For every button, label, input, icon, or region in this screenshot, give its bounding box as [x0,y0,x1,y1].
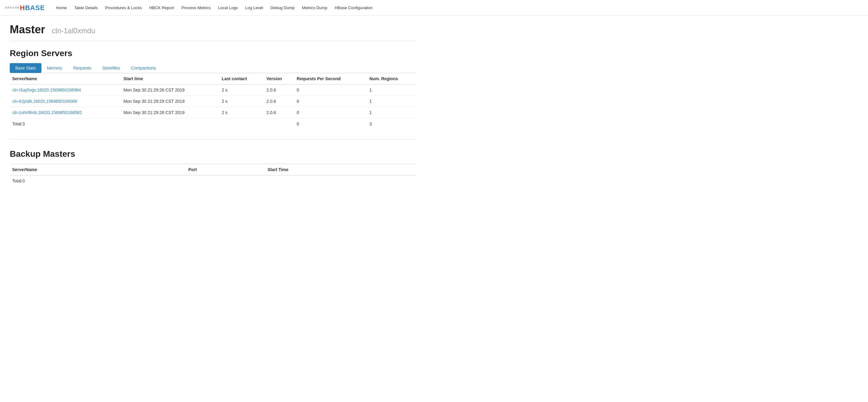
master-title: Master cln-1al0xmdu [10,23,417,36]
backup-masters-table: ServerName Port Start Time Total:0 [10,164,417,186]
tab-requests[interactable]: Requests [68,63,97,73]
server-name-link[interactable]: cln-zohr9fmb,16020,1569850168582 [12,110,82,115]
col-num-regions: Num. Regions [367,73,417,85]
version-cell: 2.0.6 [264,107,294,118]
rps-cell: 0 [294,96,367,107]
total-start-time [121,118,219,130]
table-row: cln-zohr9fmb,16020,1569850168582 Mon Sep… [10,107,417,118]
nav-debug-dump[interactable]: Debug Dump [267,0,299,16]
server-name-cell[interactable]: cln-i3up5vgv,16020,1569850168984 [10,85,121,96]
col-version: Version [264,73,294,85]
num-regions-cell: 1 [367,107,417,118]
navbar: APACHE HBASE Home Table Details Procedur… [0,0,868,16]
tab-base-stats[interactable]: Base Stats [10,63,41,73]
table-row: cln-i3up5vgv,16020,1569850168984 Mon Sep… [10,85,417,96]
total-row: Total:3 0 3 [10,118,417,130]
nav-local-logs[interactable]: Local Logs [214,0,241,16]
title-divider [10,41,417,41]
rps-cell: 0 [294,107,367,118]
server-name-cell[interactable]: cln-lr2jrid8,16020,1569850169089 [10,96,121,107]
server-name-cell[interactable]: cln-zohr9fmb,16020,1569850168582 [10,107,121,118]
tab-memory[interactable]: Memory [41,63,68,73]
col-server-name: ServerName [10,73,121,85]
last-contact-cell: 2 s [219,107,264,118]
region-servers-table: ServerName Start time Last contact Versi… [10,73,417,129]
nav-hbase-configuration[interactable]: HBase Configuration [331,0,376,16]
tab-storefiles[interactable]: Storefiles [97,63,125,73]
backup-col-port: Port [186,164,265,175]
nav-procedures-locks[interactable]: Procedures & Locks [101,0,146,16]
total-version [264,118,294,130]
nav-hbck-report[interactable]: HBCK Report [145,0,178,16]
rps-cell: 0 [294,85,367,96]
col-rps: Requests Per Second [294,73,367,85]
main-content: Master cln-1al0xmdu Region Servers Base … [0,16,427,194]
backup-masters-section: Backup Masters ServerName Port Start Tim… [10,149,417,186]
backup-total-start-time [265,175,417,186]
backup-col-server-name: ServerName [10,164,186,175]
table-header-row: ServerName Start time Last contact Versi… [10,73,417,85]
total-rps: 0 [294,118,367,130]
total-label: Total:3 [10,118,121,130]
region-servers-title: Region Servers [10,49,417,58]
backup-total-port [186,175,265,186]
tab-compactions[interactable]: Compactions [126,63,161,73]
logo-hbase-text: HBASE [20,4,45,12]
start-time-cell: Mon Sep 30 21:29:29 CST 2019 [121,96,219,107]
total-regions: 3 [367,118,417,130]
nav-table-details[interactable]: Table Details [70,0,101,16]
backup-total-row: Total:0 [10,175,417,186]
start-time-cell: Mon Sep 30 21:29:28 CST 2019 [121,107,219,118]
num-regions-cell: 1 [367,85,417,96]
version-cell: 2.0.6 [264,96,294,107]
backup-masters-title: Backup Masters [10,149,417,159]
nav-log-level[interactable]: Log Level [242,0,267,16]
total-last-contact [219,118,264,130]
region-servers-section: Region Servers Base Stats Memory Request… [10,49,417,129]
backup-table-header-row: ServerName Port Start Time [10,164,417,175]
server-name-link[interactable]: cln-i3up5vgv,16020,1569850168984 [12,88,81,92]
section-divider-2 [10,139,417,139]
server-name-link[interactable]: cln-lr2jrid8,16020,1569850169089 [12,99,77,104]
table-row: cln-lr2jrid8,16020,1569850169089 Mon Sep… [10,96,417,107]
master-label: Master [10,23,45,36]
last-contact-cell: 2 s [219,85,264,96]
start-time-cell: Mon Sep 30 21:29:28 CST 2019 [121,85,219,96]
num-regions-cell: 1 [367,96,417,107]
nav-home[interactable]: Home [52,0,70,16]
last-contact-cell: 2 s [219,96,264,107]
backup-col-start-time: Start Time [265,164,417,175]
col-last-contact: Last contact [219,73,264,85]
logo: APACHE HBASE [5,4,45,12]
version-cell: 2.0.6 [264,85,294,96]
col-start-time: Start time [121,73,219,85]
logo-apache-text: APACHE [5,6,20,9]
backup-total-label: Total:0 [10,175,186,186]
region-servers-tabs: Base Stats Memory Requests Storefiles Co… [10,63,417,73]
nav-process-metrics[interactable]: Process Metrics [178,0,214,16]
nav-metrics-dump[interactable]: Metrics Dump [299,0,331,16]
master-hostname: cln-1al0xmdu [52,27,95,35]
